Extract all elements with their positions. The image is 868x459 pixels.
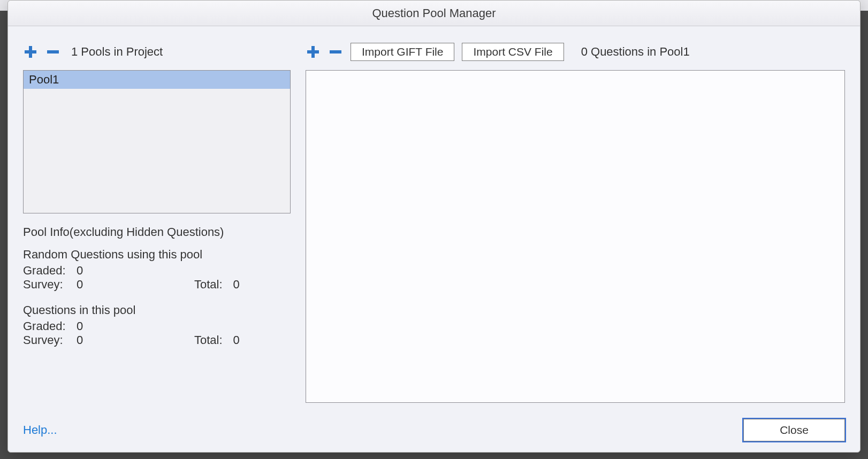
window-title: Question Pool Manager: [372, 6, 496, 20]
svg-rect-5: [330, 50, 341, 53]
remove-question-button[interactable]: [328, 44, 343, 59]
pool-total-label: Total:: [194, 333, 223, 347]
questions-toolbar: Import GIFT File Import CSV File 0 Quest…: [306, 41, 845, 63]
pool-list[interactable]: Pool1: [23, 70, 291, 213]
pools-toolbar: 1 Pools in Project: [23, 41, 291, 63]
random-total-label: Total:: [194, 278, 223, 292]
pool-info: Pool Info(excluding Hidden Questions) Ra…: [23, 225, 291, 347]
random-survey-value: 0: [77, 278, 98, 292]
pool-survey-row: Survey: 0 Total: 0: [23, 333, 291, 347]
close-button[interactable]: Close: [743, 419, 845, 441]
import-gift-button[interactable]: Import GIFT File: [351, 43, 454, 61]
random-graded-value: 0: [77, 264, 98, 278]
pool-survey-value: 0: [77, 333, 98, 347]
question-list[interactable]: [306, 70, 845, 403]
svg-rect-2: [47, 50, 59, 53]
add-question-button[interactable]: [306, 44, 321, 59]
titlebar: Question Pool Manager: [8, 1, 860, 26]
pool-questions-title: Questions in this pool: [23, 303, 291, 317]
remove-pool-button[interactable]: [45, 44, 60, 59]
random-graded-row: Graded: 0: [23, 264, 291, 278]
import-csv-button[interactable]: Import CSV File: [462, 43, 564, 61]
random-survey-label: Survey:: [23, 278, 66, 292]
pool-graded-label: Graded:: [23, 319, 66, 333]
help-link[interactable]: Help...: [23, 423, 57, 437]
pools-panel: 1 Pools in Project Pool1 Pool Info(exclu…: [23, 41, 291, 403]
plus-icon: [306, 45, 320, 59]
random-survey-row: Survey: 0 Total: 0: [23, 278, 291, 292]
pool-survey-label: Survey:: [23, 333, 66, 347]
pool-total-value: 0: [233, 333, 240, 347]
minus-icon: [329, 45, 342, 59]
pool-info-heading: Pool Info(excluding Hidden Questions): [23, 225, 291, 239]
minus-icon: [46, 45, 60, 59]
svg-rect-4: [307, 50, 319, 53]
pool-graded-row: Graded: 0: [23, 319, 291, 333]
random-total-value: 0: [233, 278, 240, 292]
svg-rect-1: [25, 50, 36, 53]
random-graded-label: Graded:: [23, 264, 66, 278]
add-pool-button[interactable]: [23, 44, 38, 59]
random-questions-title: Random Questions using this pool: [23, 248, 291, 262]
dialog-footer: Help... Close: [23, 419, 845, 441]
pools-count-label: 1 Pools in Project: [71, 45, 163, 59]
questions-count-label: 0 Questions in Pool1: [581, 45, 690, 59]
plus-icon: [24, 45, 37, 59]
dialog-window: Question Pool Manager: [7, 0, 861, 453]
pool-graded-value: 0: [77, 319, 98, 333]
dialog-content: 1 Pools in Project Pool1 Pool Info(exclu…: [8, 26, 860, 452]
pool-list-item[interactable]: Pool1: [24, 71, 290, 89]
columns: 1 Pools in Project Pool1 Pool Info(exclu…: [23, 41, 845, 403]
questions-panel: Import GIFT File Import CSV File 0 Quest…: [306, 41, 845, 403]
